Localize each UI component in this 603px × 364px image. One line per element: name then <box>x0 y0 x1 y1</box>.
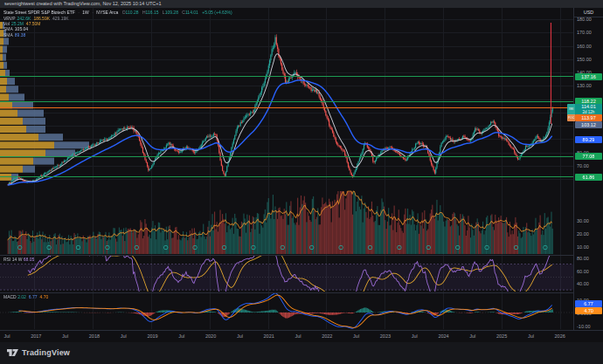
high-value: 116.15 <box>146 10 159 15</box>
time-label-month: Jul <box>178 333 184 339</box>
macd-title[interactable]: MACD <box>3 294 17 299</box>
price-label-10312: 103.12 <box>575 121 602 128</box>
symbol-name[interactable]: State Street SPDR S&P Biotech ETF <box>3 10 75 15</box>
indicator-value: 429.19K <box>52 16 69 21</box>
time-label-month: Jul <box>412 333 418 339</box>
price-label-tag: POC <box>567 114 575 121</box>
macd-value: 2.02 <box>17 294 26 299</box>
legend-row-sma-3[interactable]: SMA89.38 <box>3 32 232 38</box>
time-label-year: 2026 <box>555 333 565 339</box>
time-label-month: Jul <box>121 333 127 339</box>
tradingview-brand[interactable]: TradingView <box>7 347 70 358</box>
separator: · <box>78 10 80 15</box>
rsi-value: 68.05 <box>24 257 35 262</box>
symbol-row[interactable]: State Street SPDR S&P Biotech ETF · 1W ·… <box>3 10 232 16</box>
indicator-name[interactable]: SMA <box>3 32 13 38</box>
time-label-year: 2021 <box>264 333 274 339</box>
tradingview-logo-icon <box>7 347 18 358</box>
indicator-value: 47.50M <box>26 21 41 26</box>
price-gridline-label: 160.00 <box>577 43 592 50</box>
chart-legend[interactable]: State Street SPDR S&P Biotech ETF · 1W ·… <box>3 10 232 38</box>
rsi-gridline-label: 60.00 <box>577 268 589 275</box>
low-value: 109.28 <box>165 10 178 15</box>
tradingview-chart-window: sevenightwest created with TradingView.c… <box>0 0 603 364</box>
bar-countdown: 2d 12h <box>575 110 602 114</box>
price-label-value: 61.86 <box>583 175 595 180</box>
price-gridline-label: 150.00 <box>577 56 592 63</box>
time-label-year: 2018 <box>89 333 100 339</box>
price-label-13716: 137.16 <box>575 73 602 80</box>
rsi-gridline-label: 40.00 <box>577 280 589 287</box>
price-gridline-label: 130.00 <box>577 82 592 89</box>
indicator-value: 186.59K <box>33 16 50 21</box>
macd-value: 6.77 <box>29 294 38 299</box>
indicator-value: 25.2M <box>11 21 24 26</box>
indicator-value: 89.38 <box>15 32 26 38</box>
volume-gridline-label: 10.00 <box>577 244 589 251</box>
time-label-month: Jul <box>469 333 475 339</box>
price-label-value: 103.12 <box>581 122 596 127</box>
time-label-year: 2020 <box>205 333 216 339</box>
rsi-gridline-label: 80.00 <box>577 255 589 262</box>
price-label-value: 77.08 <box>583 154 595 159</box>
price-label-8929: 89.29 <box>575 136 602 143</box>
time-label-month: Jul <box>237 333 243 339</box>
separator: · <box>92 10 94 15</box>
macd-legend[interactable]: MACD 2.026.774.70 <box>3 294 51 299</box>
indicator-value: 105.04 <box>15 26 28 31</box>
time-label-month: Jul <box>295 333 301 339</box>
price-label-11401: 114.012d 12hXBI <box>575 104 602 115</box>
price-label-value: 113.97 <box>581 115 595 120</box>
time-label-year: 2024 <box>438 333 448 339</box>
footer-bar: TradingView <box>0 342 603 364</box>
exchange: NYSE Arca <box>96 10 118 15</box>
time-scale[interactable]: Jul2017Jul2018Jul2019Jul2020Jul2021Jul20… <box>0 330 603 343</box>
volume-gridline-label: 30.00 <box>577 217 589 224</box>
price-label-value: 114.01 <box>581 104 595 109</box>
change-value: +5.05 (+4.63%) <box>202 10 232 15</box>
snapshot-attribution-bar: sevenightwest created with TradingView.c… <box>0 0 603 8</box>
macd-value: 4.70 <box>40 294 49 299</box>
indicator-legend-rows: VRVP242.6K186.59K429.19KVol25.2M47.50MSM… <box>3 16 232 38</box>
interval[interactable]: 1W <box>82 10 89 15</box>
price-label-11397: 113.97POC <box>575 114 602 121</box>
price-label-tag: XBI <box>567 104 575 115</box>
rsi-legend[interactable]: RSI 14 W 68.05 <box>3 257 34 262</box>
indicator-name[interactable]: Vol <box>3 21 10 26</box>
rsi-params: 14 W <box>12 257 23 262</box>
time-label-year: 2019 <box>147 333 157 339</box>
price-gridline-label: 180.00 <box>577 16 592 23</box>
price-label-macd-470: 4.70 <box>575 307 602 314</box>
price-label-6186: 61.86 <box>575 174 602 181</box>
close-value: 114.01 <box>185 10 198 15</box>
indicator-value: 242.6K <box>17 16 31 21</box>
price-scale[interactable]: USD 180.00170.00160.00150.00140.00130.00… <box>573 8 603 330</box>
price-label-value: 6.77 <box>584 301 593 306</box>
price-gridline-label: 70.00 <box>577 162 589 169</box>
time-label-year: 2017 <box>31 333 41 339</box>
rsi-title[interactable]: RSI <box>3 257 10 262</box>
price-label-value: 89.29 <box>583 137 595 142</box>
price-gridline-label: 170.00 <box>577 29 592 36</box>
price-label-macd-677: 6.77 <box>575 300 602 307</box>
open-value: 110.28 <box>126 10 139 15</box>
volume-gridline-label: 20.00 <box>577 230 589 237</box>
time-label-year: 2023 <box>380 333 391 339</box>
chart-canvas[interactable] <box>0 0 603 364</box>
macd-values: 2.026.774.70 <box>17 294 51 299</box>
time-label-month: Jul <box>528 333 534 339</box>
attribution-text: sevenightwest created with TradingView.c… <box>4 1 162 6</box>
time-label-year: 2022 <box>322 333 332 339</box>
time-label-month: Jul <box>62 333 68 339</box>
price-label-value: 4.70 <box>584 308 593 313</box>
macd-gridline-label: -10.00 <box>577 323 591 330</box>
price-label-7708: 77.08 <box>575 153 602 160</box>
indicator-name[interactable]: VRVP <box>3 16 16 21</box>
time-label-month: Jul <box>3 333 10 339</box>
time-label-month: Jul <box>353 333 359 339</box>
indicator-name[interactable]: SMA <box>3 26 13 31</box>
price-label-value: 137.16 <box>581 74 596 79</box>
time-label-year: 2025 <box>496 333 507 339</box>
tradingview-brand-text: TradingView <box>22 348 70 357</box>
